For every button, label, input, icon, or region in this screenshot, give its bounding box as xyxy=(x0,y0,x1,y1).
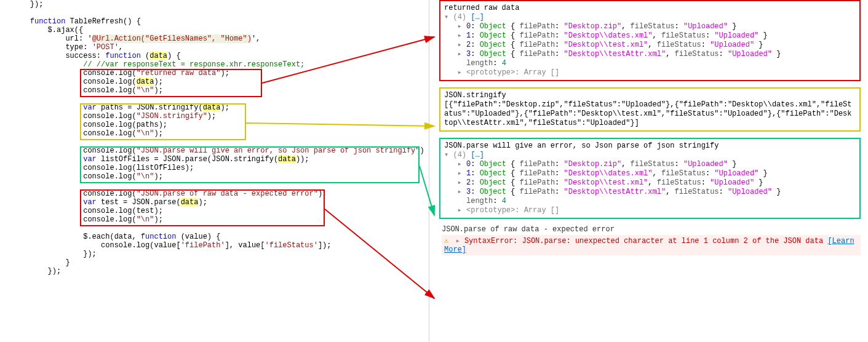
code-line: var paths = JSON.stringify(data); xyxy=(12,103,429,112)
array-item[interactable]: ▸ 1: Object { filePath: "Desktop\\dates.… xyxy=(444,31,856,41)
code-line: console.log(value['filePath'], value['fi… xyxy=(12,241,429,250)
array-prototype[interactable]: ▸ <prototype>: Array [] xyxy=(444,68,856,78)
expand-icon[interactable]: ▸ xyxy=(458,22,466,31)
array-item[interactable]: ▸ 3: Object { filePath: "Desktop\\testAt… xyxy=(444,50,856,59)
code-line: console.log(data); xyxy=(12,78,429,86)
array-header[interactable]: ▾ (4) […] xyxy=(444,151,856,160)
console-label: returned raw data xyxy=(444,4,856,13)
array-header[interactable]: ▾ (4) […] xyxy=(444,13,856,22)
code-line: console.log("\n"); xyxy=(12,215,429,224)
array-item[interactable]: ▸ 2: Object { filePath: "Desktop\\test.x… xyxy=(444,178,856,188)
code-line: console.log("JSON.stringify"); xyxy=(12,112,429,121)
code-line: success: function (data) { xyxy=(12,52,429,60)
expand-icon[interactable]: ▾ xyxy=(444,13,453,22)
expand-icon[interactable]: ▸ xyxy=(458,188,466,196)
expand-icon[interactable]: ▸ xyxy=(455,237,464,245)
code-line xyxy=(12,138,429,146)
code-line: }); xyxy=(12,0,429,9)
code-line: }); xyxy=(12,267,429,276)
code-line: }); xyxy=(12,250,429,258)
error-text: SyntaxError: JSON.parse: unexpected char… xyxy=(464,237,823,245)
expand-icon[interactable]: ▸ xyxy=(458,50,466,58)
array-length: length: 4 xyxy=(444,197,856,206)
code-line: type: 'POST', xyxy=(12,43,429,52)
console-output-pane[interactable]: returned raw data ▾ (4) […] ▸ 0: Object … xyxy=(431,0,864,342)
code-line: console.log(listOfFiles); xyxy=(12,164,429,172)
array-length: length: 4 xyxy=(444,59,856,68)
console-label-parse-raw: JSON.parse of raw data - expected error xyxy=(442,225,861,234)
code-line: var listOfFiles = JSON.parse(JSON.string… xyxy=(12,155,429,164)
expand-icon[interactable]: ▸ xyxy=(458,31,466,40)
code-line: var test = JSON.parse(data); xyxy=(12,198,429,207)
highlight-data: data xyxy=(149,52,167,60)
code-line: } xyxy=(12,258,429,267)
code-line: $.ajax({ xyxy=(12,26,429,34)
code-line: console.log("returned raw data"); xyxy=(12,69,429,78)
expand-icon[interactable]: ▸ xyxy=(458,169,466,178)
array-item[interactable]: ▸ 2: Object { filePath: "Desktop\\test.x… xyxy=(444,41,856,50)
expand-icon[interactable]: ▾ xyxy=(444,151,453,159)
code-line xyxy=(12,224,429,233)
console-panel-parse-stringify: JSON.parse will give an error, so Json p… xyxy=(439,138,861,219)
warning-icon: ⚠ xyxy=(444,237,448,245)
code-line: console.log(test); xyxy=(12,207,429,215)
array-item[interactable]: ▸ 1: Object { filePath: "Desktop\\dates.… xyxy=(444,169,856,178)
code-line xyxy=(12,95,429,103)
code-line: console.log("\n"); xyxy=(12,86,429,95)
code-editor-pane[interactable]: }); function TableRefresh() { $.ajax({ u… xyxy=(0,0,429,342)
code-line xyxy=(12,181,429,189)
console-label: JSON.parse will give an error, so Json p… xyxy=(444,141,856,151)
array-prototype[interactable]: ▸ <prototype>: Array [] xyxy=(444,206,856,215)
code-line: $.each(data, function (value) { xyxy=(12,233,429,241)
expand-icon[interactable]: ▸ xyxy=(458,41,466,49)
expand-icon[interactable]: ▸ xyxy=(458,160,466,169)
code-line: console.log(paths); xyxy=(12,121,429,129)
code-line: console.log("\n"); xyxy=(12,172,429,181)
code-line: function TableRefresh() { xyxy=(12,17,429,26)
expand-icon[interactable]: ▸ xyxy=(458,178,466,187)
code-line: console.log("\n"); xyxy=(12,129,429,138)
code-line xyxy=(12,9,429,17)
code-line: // //var responseText = response.xhr.res… xyxy=(12,60,429,69)
stringify-output: [{"filePath":"Desktop.zip","fileStatus":… xyxy=(444,100,856,128)
console-panel-raw-data: returned raw data ▾ (4) […] ▸ 0: Object … xyxy=(439,0,861,81)
console-panel-stringify: JSON.stringify [{"filePath":"Desktop.zip… xyxy=(439,87,861,132)
array-item[interactable]: ▸ 0: Object { filePath: "Desktop.zip", f… xyxy=(444,22,856,31)
array-item[interactable]: ▸ 0: Object { filePath: "Desktop.zip", f… xyxy=(444,160,856,169)
console-label: JSON.stringify xyxy=(444,91,856,100)
code-line: console.log("JSON.parse of raw data - ex… xyxy=(12,189,429,198)
code-line: url: '@Url.Action("GetFilesNames", "Home… xyxy=(12,34,429,43)
code-line: console.log("JSON.parse will give an err… xyxy=(12,146,429,155)
array-item[interactable]: ▸ 3: Object { filePath: "Desktop\\testAt… xyxy=(444,188,856,197)
console-error-row[interactable]: ⚠ ▸ SyntaxError: JSON.parse: unexpected … xyxy=(442,235,861,255)
